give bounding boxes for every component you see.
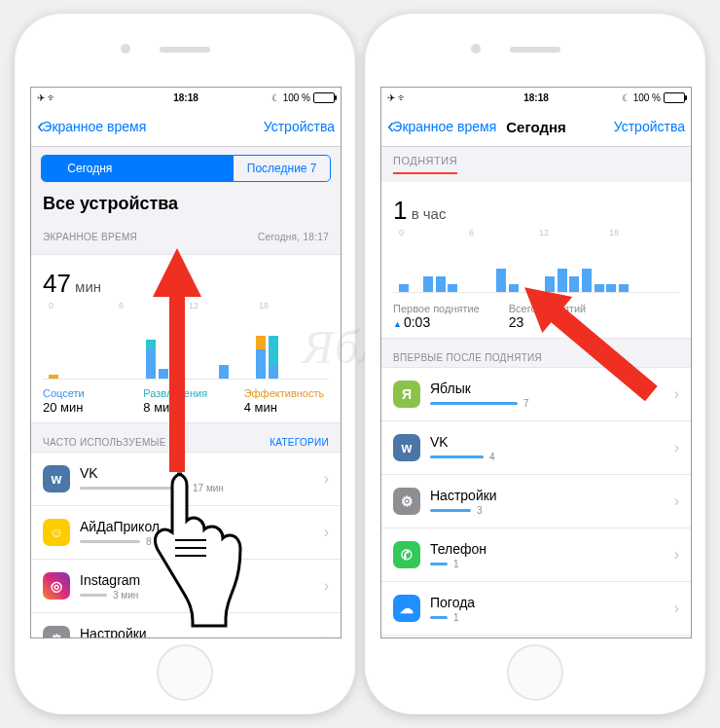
phone-left: ✈ ᯤ 18:18 ☾ 100 % ‹ Экранное время Устро… bbox=[15, 14, 355, 714]
chart-ticks: 061218 bbox=[43, 299, 329, 314]
after-pickup-header: ВПЕРВЫЕ ПОСЛЕ ПОДНЯТИЯ bbox=[381, 339, 691, 367]
app-name: Погода bbox=[430, 595, 674, 610]
pickups-chart bbox=[393, 247, 679, 293]
app-name: Настройки bbox=[430, 488, 674, 503]
pickups-per-hour: 1 в час bbox=[393, 196, 679, 226]
total-time: 47 мин bbox=[43, 269, 329, 299]
app-row[interactable]: wVK17 мин› bbox=[31, 453, 341, 506]
app-icon: ☺ bbox=[43, 519, 70, 546]
segment-7days[interactable]: Последние 7 дней bbox=[234, 156, 330, 181]
usage-value: 1 bbox=[453, 559, 459, 569]
usage-value: 1 bbox=[453, 612, 459, 623]
nav-back[interactable]: ‹ Экранное время bbox=[387, 116, 496, 137]
app-icon: ◎ bbox=[43, 572, 70, 600]
chevron-right-icon: › bbox=[674, 600, 679, 617]
chevron-right-icon: › bbox=[324, 577, 329, 595]
app-row[interactable]: ⚙Настройки3› bbox=[381, 475, 691, 528]
app-name: Телефон bbox=[430, 541, 674, 557]
usage-value: 17 мин bbox=[193, 483, 224, 493]
screentime-card[interactable]: 47 мин 061218 Соцсети20 мин Развлеч bbox=[31, 254, 341, 423]
usage-bar bbox=[430, 402, 518, 405]
total-pickups-value: 23 bbox=[509, 314, 679, 330]
status-bar: ✈ ᯤ 18:18 ☾ 100 % bbox=[31, 88, 341, 107]
app-name: VK bbox=[80, 465, 324, 481]
app-icon: ⚙ bbox=[393, 488, 420, 515]
app-icon: w bbox=[393, 434, 420, 461]
nav-back-label: Экранное время bbox=[392, 119, 496, 134]
pickups-card: 1 в час 061218 bbox=[381, 182, 691, 339]
nav-devices[interactable]: Устройства bbox=[264, 119, 335, 134]
camera bbox=[121, 44, 130, 54]
chevron-right-icon: › bbox=[324, 470, 329, 488]
usage-bar bbox=[430, 563, 448, 565]
usage-bar bbox=[80, 540, 140, 543]
categories-link[interactable]: КАТЕГОРИИ bbox=[270, 437, 329, 448]
page-title: Все устройства bbox=[31, 190, 341, 218]
usage-bar bbox=[80, 487, 187, 490]
app-row[interactable]: ◎Instagram3 мин› bbox=[31, 560, 341, 613]
app-row[interactable]: ✆Viber1› bbox=[381, 636, 691, 638]
app-name: Яблык bbox=[430, 381, 674, 396]
battery-icon bbox=[664, 92, 685, 103]
after-pickup-list: ЯЯблык7›wVK4›⚙Настройки3›✆Телефон1›☁Пого… bbox=[381, 367, 691, 638]
chevron-right-icon: › bbox=[324, 524, 329, 541]
home-button[interactable] bbox=[507, 644, 563, 701]
usage-bar bbox=[430, 455, 484, 458]
screentime-chart bbox=[43, 320, 329, 380]
chevron-right-icon: › bbox=[324, 631, 329, 638]
nav-back[interactable]: ‹ Экранное время bbox=[37, 116, 146, 137]
total-pickups-label: Всего поднятий bbox=[509, 303, 679, 314]
app-row[interactable]: ☁Погода1› bbox=[381, 582, 691, 636]
status-time: 18:18 bbox=[31, 92, 341, 103]
segmented-control[interactable]: Сегодня Последние 7 дней bbox=[41, 155, 331, 182]
usage-bar bbox=[430, 616, 448, 619]
app-row[interactable]: wVK4› bbox=[381, 421, 691, 475]
chevron-right-icon: › bbox=[674, 439, 679, 456]
tab-strip: ПОДНЯТИЯ bbox=[381, 147, 691, 174]
speaker bbox=[510, 47, 560, 53]
app-row[interactable]: ЯЯблык7› bbox=[381, 368, 691, 421]
app-name: Instagram bbox=[80, 572, 324, 588]
phone-right: ✈ ᯤ 18:18 ☾ 100 % ‹ Экранное время Сегод… bbox=[365, 14, 705, 714]
frequent-list: wVK17 мин›☺АйДаПрикол8 мин›◎Instagram3 м… bbox=[31, 452, 341, 638]
app-row[interactable]: ☺АйДаПрикол8 мин› bbox=[31, 506, 341, 560]
app-icon: ☁ bbox=[393, 595, 420, 622]
first-pickup-label: Первое поднятие bbox=[393, 303, 480, 314]
nav-bar: ‹ Экранное время Устройства bbox=[31, 107, 341, 147]
app-row[interactable]: ✆Телефон1› bbox=[381, 528, 691, 582]
chevron-right-icon: › bbox=[674, 546, 679, 564]
usage-value: 3 bbox=[477, 505, 483, 516]
nav-devices[interactable]: Устройства bbox=[614, 119, 685, 134]
nav-bar: ‹ Экранное время Сегодня Устройства bbox=[381, 107, 691, 147]
camera bbox=[471, 44, 481, 54]
app-name: АйДаПрикол bbox=[80, 519, 324, 534]
battery-icon bbox=[313, 92, 335, 103]
category-row: Соцсети20 мин Развлечения8 мин Эффективн… bbox=[43, 387, 329, 415]
screentime-header: ЭКРАННОЕ ВРЕМЯ Сегодня, 18:17 bbox=[31, 218, 341, 246]
home-button[interactable] bbox=[157, 644, 213, 701]
chevron-right-icon: › bbox=[674, 385, 679, 403]
speaker bbox=[160, 47, 210, 53]
usage-bar bbox=[430, 509, 471, 512]
app-name: Настройки bbox=[80, 626, 324, 639]
app-name: VK bbox=[430, 434, 674, 450]
app-row[interactable]: ⚙Настройки2 мин› bbox=[31, 613, 341, 638]
status-time: 18:18 bbox=[381, 92, 691, 103]
tab-pickups[interactable]: ПОДНЯТИЯ bbox=[393, 155, 457, 174]
app-icon: ✆ bbox=[393, 541, 420, 568]
usage-value: 7 bbox=[523, 398, 529, 409]
usage-value: 3 мин bbox=[113, 590, 138, 601]
chart-ticks: 061218 bbox=[393, 226, 679, 241]
first-pickup-value: ▲0:03 bbox=[393, 314, 480, 330]
usage-bar bbox=[80, 594, 107, 597]
segment-today[interactable]: Сегодня bbox=[42, 156, 138, 181]
screen-right: ✈ ᯤ 18:18 ☾ 100 % ‹ Экранное время Сегод… bbox=[380, 87, 692, 638]
screen-left: ✈ ᯤ 18:18 ☾ 100 % ‹ Экранное время Устро… bbox=[30, 87, 342, 638]
nav-back-label: Экранное время bbox=[42, 119, 146, 134]
usage-value: 8 мин bbox=[146, 536, 171, 547]
app-icon: w bbox=[43, 465, 70, 492]
app-icon: Я bbox=[393, 381, 420, 408]
chevron-right-icon: › bbox=[674, 492, 679, 510]
app-icon: ⚙ bbox=[43, 626, 70, 638]
frequent-header: ЧАСТО ИСПОЛЬЗУЕМЫЕ КАТЕГОРИИ bbox=[31, 423, 341, 452]
